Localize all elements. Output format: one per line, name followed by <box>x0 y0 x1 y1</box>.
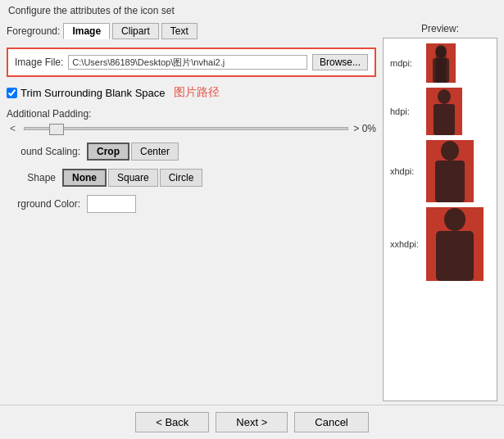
scaling-crop[interactable]: Crop <box>87 143 129 161</box>
foreground-label: Foreground: <box>7 25 60 37</box>
padding-label: Additional Padding: <box>7 108 376 120</box>
preview-hdpi: hdpi: <box>390 88 490 135</box>
preview-hdpi-label: hdpi: <box>390 106 421 116</box>
next-button[interactable]: Next > <box>216 412 288 432</box>
slider-left-arrow[interactable]: < <box>7 123 19 134</box>
shape-row: Shape None Square Circle <box>7 169 376 187</box>
preview-label: Preview: <box>383 23 497 34</box>
preview-xxhdpi: xxhdpi: <box>390 207 490 281</box>
shape-label: Shape <box>7 172 56 183</box>
preview-xhdpi: xhdpi: <box>390 140 490 202</box>
shape-circle[interactable]: Circle <box>160 169 203 187</box>
title-bar: Configure the attributes of the icon set <box>0 0 504 20</box>
back-button[interactable]: < Back <box>135 412 209 432</box>
annotation-text: 图片路径 <box>174 85 220 100</box>
svg-rect-2 <box>433 58 449 83</box>
footer: < Back Next > Cancel <box>0 405 504 439</box>
svg-point-4 <box>438 89 451 104</box>
svg-rect-5 <box>434 104 455 135</box>
preview-xxhdpi-img <box>426 207 484 281</box>
browse-button[interactable]: Browse... <box>312 54 368 70</box>
shape-options: None Square Circle <box>62 169 202 187</box>
trim-checkbox[interactable] <box>7 88 17 98</box>
trim-checkbox-row: Trim Surrounding Blank Space <box>7 87 166 99</box>
bg-color-label: rground Color: <box>7 198 80 210</box>
svg-point-10 <box>444 208 465 231</box>
scaling-row: ound Scaling: Crop Center <box>7 143 376 161</box>
left-panel: Foreground: Image Clipart Text Image Fil… <box>7 23 376 401</box>
image-file-input[interactable] <box>68 55 307 70</box>
bg-color-row: rground Color: <box>7 195 376 213</box>
shape-none[interactable]: None <box>62 169 107 187</box>
svg-rect-11 <box>436 231 474 281</box>
svg-point-1 <box>435 45 447 58</box>
preview-box: mdpi: hdpi: <box>383 38 497 401</box>
cancel-button[interactable]: Cancel <box>294 412 368 432</box>
foreground-row: Foreground: Image Clipart Text <box>7 23 376 39</box>
slider-row: < > 0% <box>7 123 376 134</box>
svg-point-7 <box>441 141 459 161</box>
scaling-label: ound Scaling: <box>7 146 80 157</box>
tab-clipart[interactable]: Clipart <box>112 23 159 39</box>
scaling-center[interactable]: Center <box>131 143 179 161</box>
slider-thumb[interactable] <box>49 124 64 135</box>
foreground-tabs: Image Clipart Text <box>63 23 198 39</box>
right-panel: Preview: mdpi: hdpi: <box>383 23 497 401</box>
preview-xhdpi-label: xhdpi: <box>390 166 421 176</box>
tab-image[interactable]: Image <box>63 23 110 39</box>
preview-xhdpi-img <box>426 140 474 202</box>
preview-mdpi-label: mdpi: <box>390 58 421 68</box>
padding-section: Additional Padding: < > 0% <box>7 108 376 134</box>
svg-rect-8 <box>435 161 465 202</box>
shape-square[interactable]: Square <box>108 169 158 187</box>
preview-mdpi-img <box>426 43 456 83</box>
title-text: Configure the attributes of the icon set <box>8 5 175 16</box>
svg-rect-0 <box>426 43 456 83</box>
image-file-box: Image File: Browse... <box>7 48 376 77</box>
preview-xxhdpi-label: xxhdpi: <box>390 239 421 249</box>
slider-track[interactable] <box>24 127 348 130</box>
color-swatch[interactable] <box>87 195 136 213</box>
preview-hdpi-img <box>426 88 462 135</box>
trim-label: Trim Surrounding Blank Space <box>20 87 166 99</box>
main-content: Foreground: Image Clipart Text Image Fil… <box>0 20 504 405</box>
image-file-label: Image File: <box>15 57 63 68</box>
preview-mdpi: mdpi: <box>390 43 490 83</box>
trim-row: Trim Surrounding Blank Space 图片路径 <box>7 85 376 100</box>
tab-text[interactable]: Text <box>161 23 198 39</box>
dialog-container: Configure the attributes of the icon set… <box>0 0 504 439</box>
slider-percent: > 0% <box>353 123 376 134</box>
scaling-options: Crop Center <box>87 143 179 161</box>
